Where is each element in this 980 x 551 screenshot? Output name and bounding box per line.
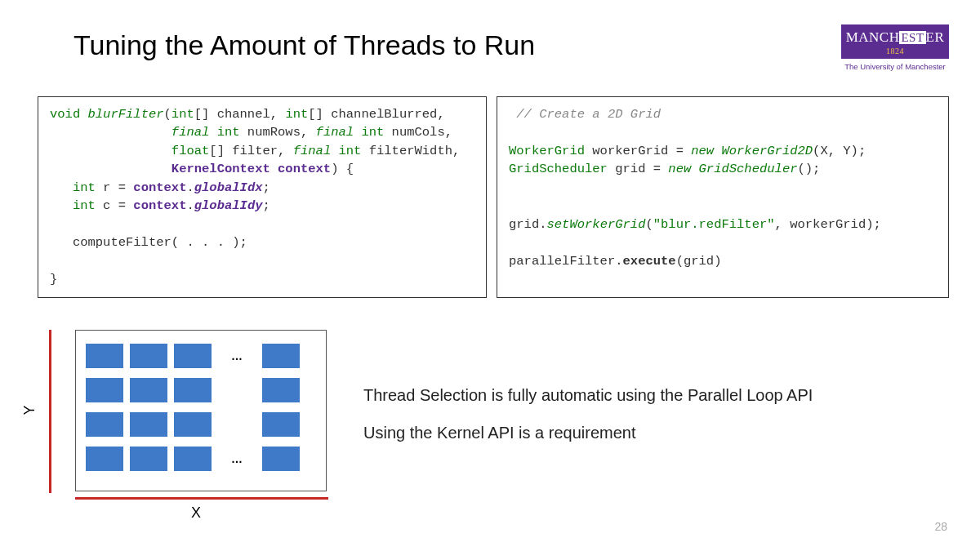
t: [331, 144, 338, 158]
t: void: [50, 107, 88, 122]
t: [] filter,: [209, 144, 292, 158]
t: int: [73, 198, 96, 213]
grid-cell: [130, 344, 167, 368]
t: [50, 144, 172, 158]
t: int: [339, 144, 362, 158]
t: setWorkerGrid: [547, 217, 646, 232]
grid-row: [86, 412, 316, 437]
t: (X, Y);: [813, 144, 866, 158]
grid-cell: [262, 378, 300, 402]
t: [] channelBlurred,: [308, 107, 444, 122]
t: blurFilter: [88, 107, 164, 122]
grid-cell: [262, 344, 300, 368]
t: int: [172, 107, 194, 122]
grid-cell: [174, 447, 212, 471]
grid-row: [86, 378, 316, 402]
t: numRows,: [240, 125, 316, 140]
t: ) {: [331, 162, 354, 176]
grid-cell: [86, 344, 123, 368]
grid-box: … …: [75, 330, 327, 491]
t: ();: [797, 162, 820, 176]
t: float: [172, 144, 210, 158]
t: [] channel,: [194, 107, 286, 122]
description-p2: Using the Kernel API is a requirement: [363, 421, 853, 444]
slide-title: Tuning the Amount of Threads to Run: [74, 29, 535, 61]
t: ;: [262, 198, 270, 213]
t: }: [50, 272, 57, 287]
grid-cell: [130, 447, 167, 471]
t: [209, 125, 216, 140]
t: grid =: [608, 162, 668, 176]
t: [354, 125, 361, 140]
logo-box: MANCHESTER 1824: [841, 24, 949, 59]
t: workerGrid =: [585, 144, 691, 158]
t: numCols,: [384, 125, 452, 140]
description-p1: Thread Selection is fully automatic usin…: [363, 384, 853, 407]
grid-cell: [262, 447, 300, 471]
t: grid.: [509, 217, 547, 232]
t: int: [73, 180, 96, 195]
t: [50, 254, 57, 269]
t: // Create a 2D Grid: [509, 107, 661, 122]
t: [509, 198, 516, 213]
t: final: [293, 144, 332, 158]
t: int: [361, 125, 384, 140]
grid-cell: [86, 378, 123, 402]
t: int: [285, 107, 308, 122]
t: context: [133, 180, 186, 195]
page-number: 28: [934, 520, 947, 533]
y-axis-line: [49, 330, 51, 493]
t: [509, 125, 516, 140]
t: filterWidth,: [361, 144, 460, 158]
t: (grid): [676, 254, 722, 269]
t: (: [164, 107, 172, 122]
t: int: [217, 125, 240, 140]
t: WorkerGrid: [509, 144, 585, 158]
t: GridScheduler: [509, 162, 608, 176]
grid-row: …: [86, 447, 316, 471]
grid-cell: [174, 412, 212, 437]
t: final: [316, 125, 354, 140]
t: c =: [96, 198, 134, 213]
y-axis-label: Y: [21, 405, 38, 415]
t: (: [645, 217, 653, 232]
t: globalIdx: [194, 180, 263, 195]
grid-cell: [262, 412, 300, 437]
t: globalIdy: [194, 198, 263, 213]
t: [691, 162, 698, 176]
t: computeFilter( . . . );: [50, 235, 247, 250]
logo-text-1: MANCH: [846, 29, 900, 45]
x-axis-line: [75, 497, 328, 500]
t: "blur.redFilter": [653, 217, 775, 232]
t: GridScheduler: [699, 162, 798, 176]
t: [509, 180, 516, 195]
t: ;: [262, 180, 270, 195]
ellipsis: …: [218, 452, 256, 465]
t: final: [172, 125, 210, 140]
grid-row: …: [86, 344, 316, 368]
t: .: [186, 180, 194, 195]
grid-cell: [174, 378, 212, 402]
t: [50, 217, 57, 232]
t: [50, 162, 172, 176]
grid-cell: [174, 344, 212, 368]
t: .: [186, 198, 194, 213]
t: [509, 235, 516, 250]
t: execute: [623, 254, 676, 269]
grid-diagram: Y X … …: [46, 330, 340, 522]
t: [50, 198, 73, 213]
t: context: [270, 162, 331, 176]
logo-subtitle: The University of Manchester: [841, 62, 949, 71]
logo-text-est: EST: [899, 31, 925, 44]
grid-cell: [130, 412, 167, 437]
ellipsis: …: [218, 349, 256, 362]
university-logo: MANCHESTER 1824 The University of Manche…: [841, 24, 949, 71]
t: WorkerGrid2D: [721, 144, 813, 158]
code-area: void blurFilter(int[] channel, int[] cha…: [38, 96, 949, 298]
t: new: [691, 144, 714, 158]
logo-text-2: ER: [926, 29, 945, 45]
code-block-right: // Create a 2D Grid WorkerGrid workerGri…: [497, 96, 949, 298]
t: parallelFilter.: [509, 254, 623, 269]
t: r =: [96, 180, 134, 195]
description-text: Thread Selection is fully automatic usin…: [363, 384, 853, 459]
